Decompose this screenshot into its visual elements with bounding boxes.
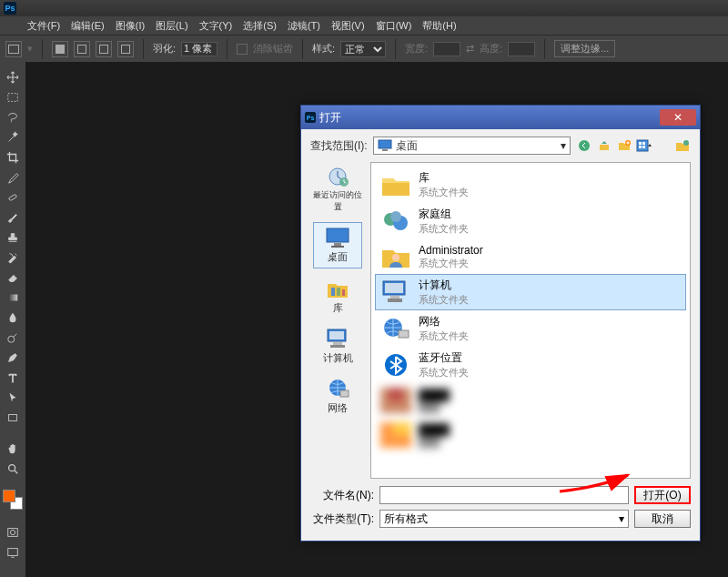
list-item-blurred[interactable]: ███████ [375,418,686,452]
place-computer[interactable]: 计算机 [313,324,362,369]
svg-rect-1 [8,194,16,200]
place-recent[interactable]: 最近访问的位置 [313,162,362,217]
height-label: 高度: [480,42,502,56]
width-input[interactable] [433,42,460,56]
brush-tool-icon[interactable] [3,209,23,226]
place-desktop[interactable]: 桌面 [313,222,362,268]
feather-input[interactable] [181,42,217,56]
path-select-tool-icon[interactable] [3,390,23,406]
back-button[interactable] [576,137,592,154]
svg-rect-9 [379,140,391,148]
menu-layer[interactable]: 图层(L) [156,19,187,33]
place-network[interactable]: 网络 [313,374,362,419]
shape-tool-icon[interactable] [3,410,23,426]
anti-alias-label: 消除锯齿 [253,42,293,56]
quick-mask-icon[interactable] [3,524,23,541]
mode-intersect-icon[interactable] [117,41,134,57]
dodge-tool-icon[interactable] [3,329,23,346]
places-bar: 最近访问的位置 桌面 库 计算机 网络 [310,162,365,479]
menu-type[interactable]: 文字(Y) [199,19,233,33]
hand-tool-icon[interactable] [3,440,23,457]
stamp-tool-icon[interactable] [3,229,23,246]
toolbox [0,62,25,577]
list-item[interactable]: 库系统文件夹 [375,167,686,203]
height-input[interactable] [508,42,535,56]
menu-window[interactable]: 窗口(W) [376,19,412,33]
list-item-selected[interactable]: 计算机系统文件夹 [375,274,686,310]
type-tool-icon[interactable] [3,369,23,386]
dialog-ps-icon: Ps [305,112,316,123]
recent-icon [325,166,350,187]
history-brush-tool-icon[interactable] [3,249,23,266]
desktop-place-icon [325,227,350,248]
menu-view[interactable]: 视图(V) [331,19,365,33]
svg-rect-28 [329,331,344,339]
filename-label: 文件名(N): [310,488,374,503]
svg-point-35 [390,211,401,222]
anti-alias-checkbox[interactable] [237,44,248,55]
preview-button[interactable] [674,137,691,154]
lookup-label: 查找范围(I): [310,138,368,154]
lasso-tool-icon[interactable] [3,109,23,126]
menu-filter[interactable]: 滤镜(T) [288,19,320,33]
up-button[interactable] [596,137,612,154]
screen-mode-icon[interactable] [3,544,23,561]
move-tool-icon[interactable] [3,69,23,86]
svg-rect-0 [8,94,18,102]
svg-rect-10 [382,149,388,151]
new-folder-button[interactable] [616,137,632,154]
svg-rect-47 [393,422,411,435]
svg-rect-23 [331,246,344,248]
svg-rect-21 [327,228,349,242]
mode-subtract-icon[interactable] [96,41,112,57]
color-swatches[interactable] [3,490,23,510]
list-item[interactable]: 网络系统文件夹 [375,310,686,347]
blur-tool-icon[interactable] [3,309,23,326]
svg-rect-39 [390,296,399,299]
view-menu-button[interactable] [636,137,652,154]
menu-edit[interactable]: 编辑(E) [71,19,105,33]
refine-edge-button[interactable]: 调整边缘... [554,40,615,57]
menu-select[interactable]: 选择(S) [243,19,277,33]
menu-image[interactable]: 图像(I) [116,19,145,33]
svg-rect-29 [333,342,342,345]
place-libraries[interactable]: 库 [313,274,362,319]
heal-tool-icon[interactable] [3,189,23,206]
menu-help[interactable]: 帮助(H) [422,19,456,33]
ps-logo-icon: Ps [4,2,16,15]
marquee-tool-icon[interactable] [3,89,23,106]
foreground-color-swatch[interactable] [3,490,15,502]
crop-tool-icon[interactable] [3,149,23,166]
list-item[interactable]: 蓝牙位置系统文件夹 [375,347,686,383]
dialog-title-bar[interactable]: Ps 打开 ✕ [301,106,700,129]
gradient-tool-icon[interactable] [3,289,23,306]
app-title-bar: Ps [0,0,728,16]
lookup-select[interactable]: 桌面 ▾ [373,137,571,155]
list-item-blurred[interactable]: ███████ [375,383,686,418]
list-item[interactable]: 家庭组系统文件夹 [375,203,686,239]
dialog-close-button[interactable]: ✕ [660,109,696,126]
open-button[interactable]: 打开(O) [634,486,691,504]
swap-icon[interactable]: ⇄ [466,43,474,55]
svg-rect-30 [330,345,345,348]
marquee-preset-icon[interactable] [5,41,22,57]
filetype-select[interactable]: 所有格式 ▾ [379,510,629,528]
cancel-button[interactable]: 取消 [634,510,691,528]
filename-input[interactable] [379,486,629,504]
mode-add-icon[interactable] [74,41,90,57]
desktop-icon [378,139,392,152]
svg-rect-15 [642,142,645,145]
zoom-tool-icon[interactable] [3,461,23,477]
style-select[interactable]: 正常 [340,41,386,57]
svg-rect-38 [385,283,403,293]
chevron-down-icon: ▾ [619,512,624,525]
eraser-tool-icon[interactable] [3,269,23,286]
eyedropper-tool-icon[interactable] [3,169,23,186]
wand-tool-icon[interactable] [3,129,23,146]
list-item[interactable]: Administrator系统文件夹 [375,239,686,274]
mode-new-icon[interactable] [52,41,68,57]
menu-file[interactable]: 文件(F) [27,19,60,33]
libraries-icon [325,278,350,299]
svg-rect-22 [334,243,341,246]
pen-tool-icon[interactable] [3,349,23,366]
